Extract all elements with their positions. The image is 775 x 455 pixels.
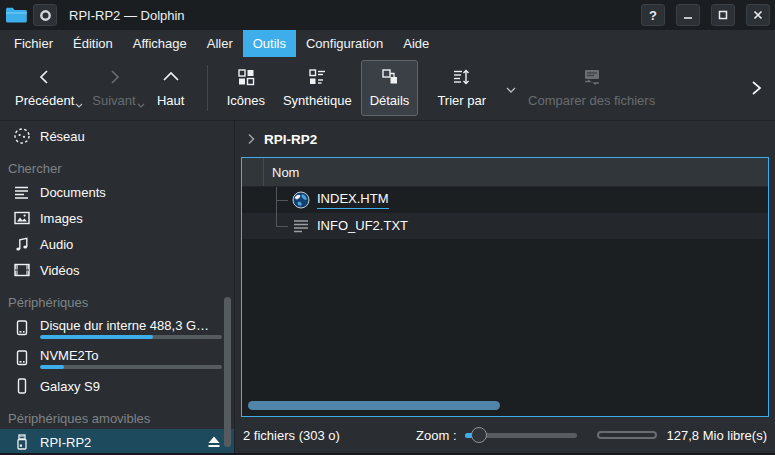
close-button[interactable]: [746, 4, 770, 26]
menu-fichier[interactable]: Fichier: [4, 30, 63, 57]
compare-files-button[interactable]: Comparer des fichiers: [519, 60, 664, 116]
sidebar-item-videos[interactable]: Vidéos: [0, 257, 234, 283]
details-view-icon: [380, 65, 400, 89]
sidebar-item-label: Audio: [40, 237, 73, 252]
tree-line: [276, 226, 288, 227]
toolbar-overflow-button[interactable]: [743, 65, 769, 111]
sidebar-item-label: RPI-RP2: [40, 435, 91, 450]
hard-drive-icon: [13, 319, 31, 337]
menu-aller[interactable]: Aller: [197, 30, 243, 57]
sidebar-item-label: Images: [40, 211, 83, 226]
status-bar: 2 fichiers (303 o) Zoom : 127,8 Mio libr…: [235, 417, 775, 453]
details-view[interactable]: Nom: [241, 157, 769, 417]
sidebar-item-reseau[interactable]: Réseau: [0, 123, 234, 149]
expander-column: [242, 158, 264, 186]
compact-view-icon: [307, 65, 327, 89]
help-button[interactable]: ?: [641, 4, 665, 26]
document-lines-icon: [13, 183, 31, 201]
disk-usage-bar: [40, 335, 222, 339]
free-space-label: 127,8 Mio libre(s): [667, 428, 767, 443]
horizontal-scrollbar[interactable]: [248, 401, 500, 410]
disk-usage-bar: [40, 365, 222, 369]
music-note-icon: [13, 235, 31, 253]
app-menu-icon[interactable]: [33, 4, 57, 26]
toolbar-separator: [207, 65, 208, 111]
chevron-down-icon: [137, 103, 145, 108]
sidebar-item-label: Galaxy S9: [40, 379, 100, 394]
title-bar: RPI-RP2 — Dolphin ?: [0, 0, 775, 30]
maximize-button[interactable]: [711, 4, 735, 26]
sidebar-item-label: Documents: [40, 185, 106, 200]
details-view-button[interactable]: Détails: [361, 60, 419, 116]
chevron-right-icon[interactable]: [247, 133, 255, 145]
chevron-up-icon: [161, 65, 181, 89]
main-toolbar: Précédent Suivant Haut: [0, 57, 775, 121]
sidebar-item-documents[interactable]: Documents: [0, 179, 234, 205]
chevron-down-icon: [506, 87, 516, 93]
menu-aide[interactable]: Aide: [393, 30, 439, 57]
back-button[interactable]: Précédent: [6, 60, 83, 116]
eject-icon[interactable]: [206, 435, 222, 449]
items-summary: 2 fichiers (303 o): [243, 428, 340, 443]
sidebar-item-label: Disque dur interne 488,3 G…: [40, 318, 209, 333]
chevron-left-icon: [36, 65, 54, 89]
phone-icon: [13, 377, 31, 395]
column-header-nom[interactable]: Nom: [264, 158, 299, 186]
forward-button[interactable]: Suivant: [83, 60, 144, 116]
menu-outils[interactable]: Outils: [243, 30, 296, 57]
tree-line: [276, 200, 288, 201]
film-icon: [13, 261, 31, 279]
sort-by-button[interactable]: Trier par: [428, 60, 505, 116]
view-column-header: Nom: [242, 158, 768, 187]
sidebar-section-chercher: Chercher: [0, 157, 234, 179]
file-row-index-htm[interactable]: INDEX.HTM: [242, 187, 768, 213]
sidebar-item-rpi-rp2[interactable]: RPI-RP2: [0, 429, 234, 453]
minimize-button[interactable]: [676, 4, 700, 26]
compact-view-button[interactable]: Synthétique: [274, 60, 361, 116]
places-panel: Réseau Chercher Documents: [0, 121, 235, 453]
sidebar-item-audio[interactable]: Audio: [0, 231, 234, 257]
sidebar-item-disque-interne[interactable]: Disque dur interne 488,3 G…: [0, 313, 234, 343]
globe-icon: [292, 191, 310, 209]
file-row-info-uf2-txt[interactable]: INFO_UF2.TXT: [242, 213, 768, 239]
file-name[interactable]: INFO_UF2.TXT: [317, 218, 408, 234]
chevron-down-icon: [75, 103, 83, 108]
chevron-right-icon: [105, 65, 123, 89]
usb-drive-icon: [13, 433, 31, 451]
zoom-control: Zoom :: [416, 426, 576, 444]
up-button[interactable]: Haut: [145, 60, 197, 116]
text-lines-icon: [292, 217, 310, 235]
folder-icon: [5, 6, 27, 24]
sidebar-item-label: Vidéos: [40, 263, 80, 278]
icons-view-icon: [236, 65, 256, 89]
sidebar-item-nvme2to[interactable]: NVME2To: [0, 343, 234, 373]
compare-files-icon: [581, 65, 603, 89]
image-icon: [13, 209, 31, 227]
free-space-bar: [597, 431, 657, 439]
sidebar-item-images[interactable]: Images: [0, 205, 234, 231]
file-rows: INDEX.HTM INFO_UF2.TXT: [242, 187, 768, 239]
file-name[interactable]: INDEX.HTM: [317, 191, 389, 209]
sidebar-item-galaxy-s9[interactable]: Galaxy S9: [0, 373, 234, 399]
menu-configuration[interactable]: Configuration: [296, 30, 393, 57]
tree-line: [276, 187, 277, 226]
sidebar-item-label: Réseau: [40, 129, 85, 144]
menu-edition[interactable]: Édition: [63, 30, 123, 57]
icons-view-button[interactable]: Icônes: [218, 60, 274, 116]
sidebar-item-label: NVME2To: [40, 348, 99, 363]
window-title: RPI-RP2 — Dolphin: [69, 8, 185, 23]
network-icon: [13, 127, 31, 145]
sidebar-section-peripheriques-amovibles: Périphériques amovibles: [0, 407, 234, 429]
content-area: Réseau Chercher Documents: [0, 121, 775, 453]
menu-affichage[interactable]: Affichage: [123, 30, 197, 57]
breadcrumb: RPI-RP2: [235, 121, 775, 157]
zoom-slider[interactable]: [465, 426, 577, 444]
breadcrumb-location[interactable]: RPI-RP2: [264, 132, 317, 147]
folder-view-area: RPI-RP2 Nom: [235, 121, 775, 453]
sidebar-scrollbar[interactable]: [224, 297, 231, 447]
sort-icon: [452, 65, 472, 89]
dolphin-window: RPI-RP2 — Dolphin ? Fichier Édition Affi…: [0, 0, 775, 455]
zoom-slider-handle[interactable]: [471, 427, 487, 443]
zoom-label: Zoom :: [416, 428, 456, 443]
sidebar-section-peripheriques: Périphériques: [0, 291, 234, 313]
